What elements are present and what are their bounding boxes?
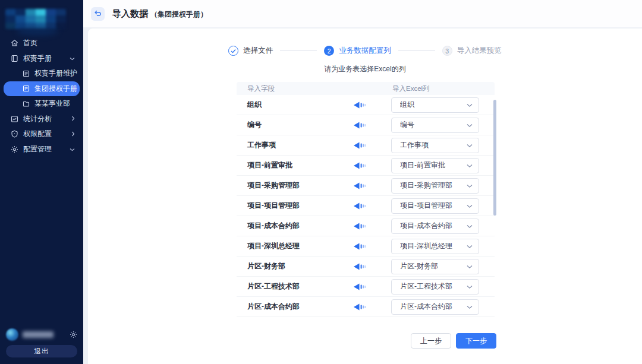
arrow-left-icon (332, 122, 391, 129)
chevron-down-icon (467, 162, 473, 170)
book-icon (11, 55, 18, 62)
page-header: 导入数据 （集团授权手册） (83, 0, 642, 27)
folder-icon (22, 100, 30, 107)
sidebar-item-label: 权责手册维护 (34, 68, 77, 78)
arrow-left-icon (332, 202, 391, 210)
gear-icon (11, 145, 18, 153)
excel-column-select[interactable]: 组织 (391, 97, 479, 113)
column-header-excel: 导入Excel列 (392, 84, 430, 93)
chevron-down-icon (467, 202, 473, 210)
arrow-left-icon (332, 223, 391, 230)
import-field-label: 片区-成本合约部 (237, 302, 332, 312)
excel-column-select[interactable]: 片区-工程技术部 (391, 279, 479, 295)
chart-icon (11, 115, 18, 123)
select-value: 工作事项 (400, 140, 467, 150)
step-connector (280, 50, 317, 51)
import-field-label: 组织 (237, 100, 332, 110)
select-value: 项目-前置审批 (400, 160, 467, 170)
arrow-left-icon (332, 182, 391, 189)
sidebar-menu: 首页 权责手册 权责手册维护 集团授权手册 (0, 36, 83, 157)
excel-column-select[interactable]: 片区-财务部 (391, 259, 479, 274)
table-scrollbar[interactable] (493, 100, 496, 216)
sidebar-item-config-management[interactable]: 配置管理 (0, 142, 83, 157)
sidebar-item-label: 首页 (23, 38, 37, 48)
next-step-button[interactable]: 下一步 (456, 333, 496, 349)
user-row (6, 327, 77, 341)
select-value: 组织 (400, 100, 467, 110)
select-value: 片区-财务部 (400, 261, 467, 271)
sidebar-item-label: 权限配置 (23, 129, 52, 139)
chevron-down-icon (467, 121, 473, 129)
excel-column-select[interactable]: 项目-项目管理部 (391, 198, 479, 214)
undo-arrow-icon (94, 10, 102, 17)
import-field-label: 编号 (237, 120, 332, 130)
stepper: 选择文件 2 业务数据配置列 3 导入结果预览 (88, 29, 642, 56)
step-select-file: 选择文件 (228, 46, 273, 56)
select-value: 项目-项目管理部 (400, 201, 467, 211)
page-subtitle: （集团授权手册） (150, 8, 207, 20)
excel-column-select[interactable]: 项目-采购管理部 (391, 178, 479, 194)
arrow-left-icon (332, 142, 391, 149)
table-header: 导入字段 导入Excel列 (237, 82, 495, 95)
table-row: 片区-成本合约部 片区-成本合约部 (237, 297, 495, 317)
logout-button[interactable]: 退出 (6, 345, 77, 357)
select-value: 项目-采购管理部 (400, 181, 467, 191)
chevron-down-icon (467, 283, 473, 291)
table-hint: 请为业务表选择Excel的列 (88, 64, 642, 74)
avatar[interactable] (6, 328, 18, 341)
username-redacted (23, 331, 54, 338)
chevron-down-icon (467, 141, 473, 150)
sidebar-item-statistics[interactable]: 统计分析 (0, 112, 83, 127)
import-field-label: 项目-采购管理部 (237, 181, 332, 191)
table-row: 工作事项 工作事项 (237, 135, 495, 156)
step-label: 选择文件 (243, 46, 273, 56)
step-label: 导入结果预览 (457, 46, 502, 56)
import-field-label: 项目-前置审批 (237, 160, 332, 170)
page-title: 导入数据 (112, 8, 148, 20)
sidebar-item-permission-config[interactable]: 权限配置 (0, 126, 83, 142)
import-field-label: 项目-深圳总经理 (237, 241, 332, 251)
app-logo (5, 9, 66, 29)
excel-column-select[interactable]: 编号 (391, 118, 479, 133)
table-row: 项目-前置审批 项目-前置审批 (237, 156, 495, 176)
shield-icon (11, 130, 18, 138)
excel-column-select[interactable]: 片区-成本合约部 (391, 299, 479, 315)
excel-column-select[interactable]: 工作事项 (391, 138, 479, 153)
chevron-down-icon (467, 222, 473, 230)
sidebar-item-group-authorization-manual[interactable]: 集团授权手册 (4, 81, 80, 97)
select-value: 项目-深圳总经理 (400, 241, 467, 251)
table-row: 编号 编号 (237, 115, 495, 135)
chevron-down-icon (467, 242, 473, 251)
doc-maintain-icon (22, 69, 30, 77)
import-field-label: 片区-工程技术部 (237, 281, 332, 292)
sidebar-item-business-division[interactable]: 某某事业部 (0, 96, 83, 112)
table-row: 组织 组织 (237, 95, 495, 115)
back-button[interactable] (91, 7, 105, 21)
table-row: 项目-采购管理部 项目-采购管理部 (237, 176, 495, 196)
step-configure-columns: 2 业务数据配置列 (324, 46, 391, 56)
chevron-down-icon (467, 101, 473, 109)
step-label: 业务数据配置列 (339, 46, 391, 56)
home-icon (11, 39, 18, 47)
sidebar-item-manual-maintenance[interactable]: 权责手册维护 (0, 66, 83, 81)
select-value: 片区-成本合约部 (400, 302, 467, 312)
select-value: 片区-工程技术部 (400, 281, 467, 292)
previous-step-button[interactable]: 上一步 (411, 333, 451, 349)
step-import-preview: 3 导入结果预览 (442, 46, 502, 56)
main-area: 导入数据 （集团授权手册） 选择文件 2 业务数据配置列 3 导入结果预览 请为… (83, 0, 642, 364)
chevron-down-icon (70, 54, 75, 62)
excel-column-select[interactable]: 项目-成本合约部 (391, 219, 479, 234)
arrow-left-icon (332, 263, 391, 270)
sidebar-item-label: 统计分析 (23, 114, 52, 124)
sidebar-item-home[interactable]: 首页 (0, 36, 83, 51)
sidebar-item-label: 配置管理 (23, 144, 52, 154)
import-field-label: 工作事项 (237, 140, 332, 150)
select-value: 编号 (400, 120, 467, 130)
import-field-label: 片区-财务部 (237, 261, 332, 271)
sidebar-item-responsibility-manual[interactable]: 权责手册 (0, 51, 83, 67)
excel-column-select[interactable]: 项目-前置审批 (391, 158, 479, 173)
arrow-left-icon (332, 283, 391, 290)
excel-column-select[interactable]: 项目-深圳总经理 (391, 239, 479, 254)
sidebar-item-label: 某某事业部 (34, 99, 70, 109)
settings-gear-icon[interactable] (70, 331, 77, 338)
